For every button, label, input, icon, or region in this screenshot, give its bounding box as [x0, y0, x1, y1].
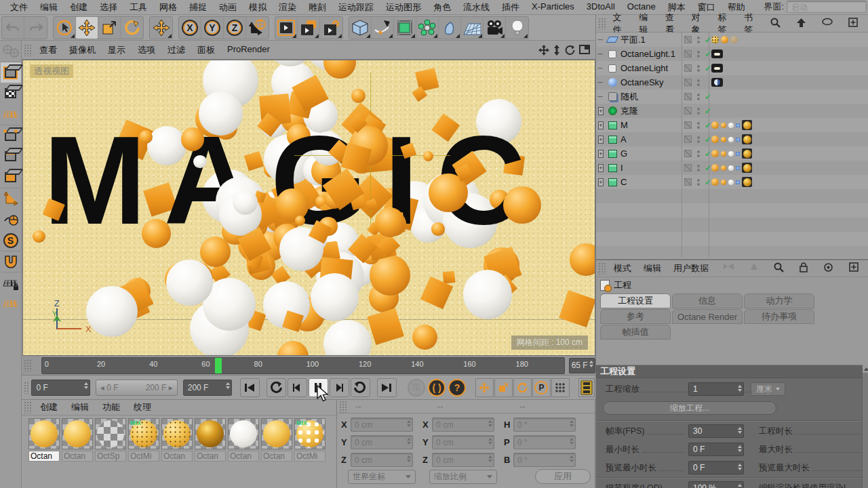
- visibility-dots-icon[interactable]: [697, 37, 700, 43]
- texture-mode-button[interactable]: [1, 83, 21, 104]
- settings-group-header[interactable]: 工程设置: [596, 365, 868, 378]
- menu-item-16[interactable]: X-Particles: [526, 0, 580, 15]
- expand-icon[interactable]: +: [598, 150, 603, 158]
- move-tool-button[interactable]: [76, 17, 98, 39]
- material-thumbnail[interactable]: [28, 418, 60, 449]
- fps-field[interactable]: 30: [688, 424, 744, 438]
- octane-tag-icon[interactable]: [736, 138, 740, 142]
- menu-item-3[interactable]: 选择: [94, 0, 123, 15]
- menu-item-5[interactable]: 网格: [153, 0, 183, 15]
- menu-item-15[interactable]: 插件: [496, 0, 526, 15]
- menu-item-12[interactable]: 运动图形: [380, 0, 427, 15]
- rotation-p-field[interactable]: 0 °: [513, 435, 576, 449]
- material-item[interactable]: MIXOctMi: [128, 418, 159, 462]
- layer-icon[interactable]: [684, 107, 692, 115]
- snap-magnet-button[interactable]: [1, 251, 21, 272]
- scale-tool-button[interactable]: [98, 17, 121, 39]
- points-mode-button[interactable]: [1, 125, 21, 146]
- om-grip[interactable]: [598, 18, 606, 30]
- render-settings-button[interactable]: [320, 17, 342, 39]
- apply-button[interactable]: 应用: [535, 469, 591, 484]
- object-name[interactable]: C: [620, 177, 627, 187]
- visibility-dots-icon[interactable]: [697, 51, 700, 58]
- workplane-mode-button[interactable]: [1, 104, 21, 125]
- scale-z-field[interactable]: 0 cm: [432, 453, 494, 467]
- ghost-tag-icon[interactable]: [730, 36, 738, 43]
- rotation-h-field[interactable]: 0 °: [513, 418, 576, 432]
- am-add-icon[interactable]: [843, 260, 865, 277]
- record-keyframe-button[interactable]: ( ): [428, 379, 446, 396]
- material-menu-item-2[interactable]: 功能: [96, 400, 127, 415]
- object-row-1[interactable]: ─OctaneLight.1✓: [596, 47, 868, 61]
- material-tag-icon[interactable]: [728, 123, 734, 128]
- material-tag-icon[interactable]: [721, 165, 726, 171]
- layer-icon[interactable]: [684, 178, 692, 186]
- play-forward-button[interactable]: [351, 378, 370, 397]
- timeline-playhead[interactable]: [215, 358, 222, 373]
- lock-z-axis-button[interactable]: Z: [224, 17, 246, 39]
- layer-icon[interactable]: [684, 36, 692, 43]
- object-name[interactable]: M: [620, 120, 628, 130]
- interface-dropdown[interactable]: 启动: [787, 1, 867, 13]
- coord-grip[interactable]: [339, 401, 347, 413]
- tab-帧插值[interactable]: 帧插值: [600, 325, 671, 340]
- material-item[interactable]: MIXOctMi: [294, 418, 326, 462]
- material-tag-icon[interactable]: [721, 137, 726, 142]
- rotation-b-field[interactable]: 0 °: [513, 453, 576, 467]
- keying-help-button[interactable]: ?: [448, 379, 466, 396]
- object-row-8[interactable]: +G✓: [596, 146, 868, 161]
- viewport-pan-icon[interactable]: [538, 45, 549, 56]
- octane-tag-icon[interactable]: [736, 166, 740, 170]
- viewport-rotate-icon[interactable]: [564, 45, 575, 56]
- material-menu-item-3[interactable]: 纹理: [127, 400, 158, 415]
- visibility-dots-icon[interactable]: [697, 136, 700, 143]
- expand-icon[interactable]: +: [598, 136, 603, 144]
- enabled-check-icon[interactable]: ✓: [705, 92, 713, 102]
- tab-工程设置[interactable]: 工程设置: [600, 293, 671, 308]
- project-scale-field[interactable]: 1: [688, 382, 744, 396]
- menu-item-10[interactable]: 雕刻: [302, 0, 332, 15]
- min-time-field[interactable]: 0 F: [688, 443, 744, 456]
- material-tag-icon[interactable]: [728, 151, 734, 157]
- layer-icon[interactable]: [684, 93, 692, 100]
- view-label[interactable]: 透视视图: [30, 64, 73, 78]
- object-name[interactable]: OctaneSky: [620, 77, 664, 87]
- visibility-dots-icon[interactable]: [697, 179, 700, 186]
- sky-tag-icon[interactable]: [711, 78, 723, 87]
- material-tag-icon[interactable]: [721, 180, 726, 185]
- object-name[interactable]: OctaneLight.1: [620, 49, 675, 59]
- layer-icon[interactable]: [684, 64, 692, 72]
- material-name[interactable]: OctMi: [294, 451, 326, 462]
- viewport-toggle-icon[interactable]: [579, 45, 590, 56]
- viewport-canvas[interactable]: MAGIC 透视视图 网格间距 : 100 cm Z Y X: [22, 60, 595, 356]
- render-view-button[interactable]: [275, 17, 298, 39]
- frame-range-slider[interactable]: ◂ 0 F200 F ▸: [96, 380, 178, 396]
- menu-item-7[interactable]: 动画: [213, 0, 243, 15]
- layer-icon[interactable]: [684, 79, 692, 86]
- material-name[interactable]: Octan: [261, 451, 292, 462]
- object-name[interactable]: OctaneLight: [620, 63, 668, 73]
- scale-y-field[interactable]: 0 cm: [432, 435, 494, 449]
- timeline-grip[interactable]: [24, 359, 32, 371]
- lod-field[interactable]: 100 %: [688, 481, 744, 488]
- object-name[interactable]: A: [620, 134, 627, 144]
- coordinate-system-button[interactable]: [246, 17, 269, 39]
- am-target-icon[interactable]: [817, 260, 840, 277]
- menu-item-1[interactable]: 编辑: [34, 0, 64, 15]
- material-tag-icon[interactable]: [728, 165, 734, 171]
- position-z-field[interactable]: 0 cm: [351, 453, 413, 467]
- material-name[interactable]: Octan: [62, 451, 93, 462]
- octane-tag-icon[interactable]: [736, 180, 740, 184]
- viewport-zoom-icon[interactable]: [553, 45, 560, 56]
- floor-environment-button[interactable]: [461, 17, 484, 39]
- material-item[interactable]: Octan: [195, 418, 226, 462]
- am-search-icon[interactable]: [768, 260, 790, 277]
- material-name[interactable]: Octan: [195, 451, 226, 462]
- material-tag-icon[interactable]: [711, 178, 719, 186]
- am-menu-item-1[interactable]: 编辑: [637, 260, 667, 277]
- am-next-icon[interactable]: [744, 260, 764, 277]
- object-row-7[interactable]: +A✓: [596, 132, 868, 146]
- viewport-menu-item-2[interactable]: 显示: [102, 42, 132, 58]
- rotate-tool-button[interactable]: [121, 17, 143, 39]
- material-thumbnail[interactable]: MIX: [128, 418, 159, 449]
